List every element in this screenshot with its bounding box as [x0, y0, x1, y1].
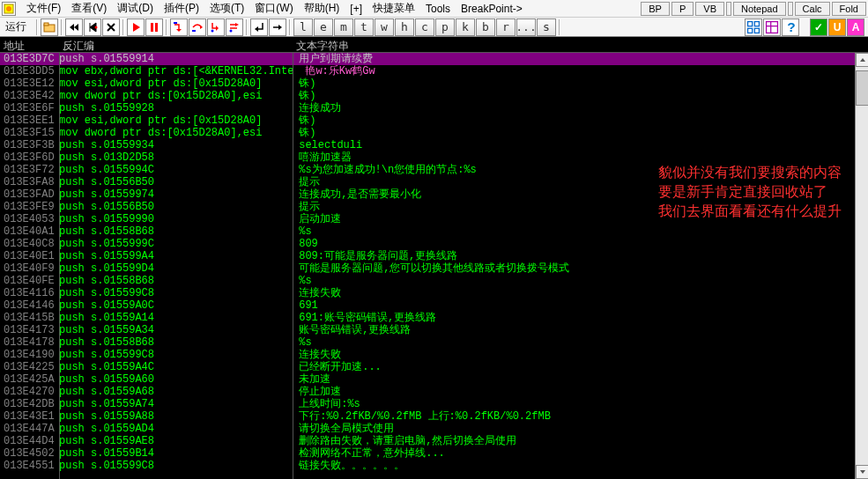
header-text[interactable]: 文本字符串 — [293, 37, 868, 52]
column-divider-2[interactable] — [293, 53, 293, 479]
table-row[interactable]: 013E4116push s.015599C8 连接失败 — [0, 287, 868, 299]
window-e-button[interactable]: e — [314, 18, 333, 36]
trace-into-button[interactable] — [207, 18, 225, 36]
side-fold[interactable]: Fold — [832, 2, 866, 16]
table-row[interactable]: 013E43E1push s.01559A88 下行:%0.2fKB/%0.2f… — [0, 410, 868, 423]
cell-address: 013E447A — [0, 423, 59, 435]
side-vb[interactable]: VB — [695, 2, 724, 16]
cell-disassembly: push s.01559A0C — [59, 299, 293, 312]
column-divider-1[interactable] — [59, 53, 60, 479]
table-row[interactable]: 013E40A1push s.01558B68 %s — [0, 225, 868, 238]
table-row[interactable]: 013E3F15mov dword ptr ds:[0x15D28A0],esi… — [0, 127, 868, 139]
step-over-button[interactable] — [189, 18, 206, 36]
goto-button[interactable] — [269, 18, 286, 36]
cell-disassembly: push s.015599C8 — [59, 349, 293, 361]
close-button[interactable] — [102, 18, 120, 36]
table-row[interactable]: 013E3DD5mov ebx,dword ptr ds:[<&KERNEL32… — [0, 65, 868, 77]
table-row[interactable]: 013E44D4push s.01559AE8 删除路由失败，请重启电脑,然后切… — [0, 435, 868, 447]
table-row[interactable]: 013E447Apush s.01559AD4 请切换全局模式使用 — [0, 423, 868, 435]
open-file-button[interactable] — [41, 18, 58, 36]
window-m-button[interactable]: m — [334, 18, 353, 36]
table-row[interactable]: 013E4173push s.01559A34 账号密码错误,更换线路 — [0, 324, 868, 336]
table-row[interactable]: 013E4225push s.01559A4C 已经断开加速... — [0, 361, 868, 373]
header-address[interactable]: 地址 — [0, 37, 59, 52]
window-r-button[interactable]: r — [496, 18, 516, 36]
menu-view[interactable]: 查看(V) — [66, 0, 112, 18]
menu-options[interactable]: 选项(T) — [204, 0, 249, 18]
table-row[interactable]: 013E4178push s.01558B68 %s — [0, 336, 868, 349]
menu-plus[interactable]: [+] — [345, 1, 367, 17]
table-row[interactable]: 013E4270push s.01559A68 停止加速 — [0, 386, 868, 398]
cell-address: 013E4116 — [0, 287, 59, 299]
window-p-button[interactable]: p — [435, 18, 455, 36]
execute-till-return-button[interactable] — [250, 18, 268, 36]
menu-window[interactable]: 窗口(W) — [249, 0, 298, 18]
panel-b-button[interactable]: U — [828, 18, 846, 36]
cell-disassembly: push s.01559AE8 — [59, 435, 293, 447]
table-row[interactable]: 013E4146push s.01559A0C 691 — [0, 299, 868, 312]
window-...-button[interactable]: ... — [516, 18, 536, 36]
panel-c-button[interactable]: A — [847, 18, 864, 36]
restart-button[interactable] — [84, 18, 101, 36]
table-row[interactable]: 013E3D7Cpush s.01559914 用户到期请续费 — [0, 53, 868, 65]
table-row[interactable]: 013E40FEpush s.01558B68 %s — [0, 275, 868, 287]
table-row[interactable]: 013E3E42mov dword ptr ds:[0x15D28A0],esi… — [0, 90, 868, 102]
side-notepad[interactable]: Notepad — [733, 2, 786, 16]
scroll-up-arrow[interactable] — [856, 53, 868, 67]
table-row[interactable]: 013E415Bpush s.01559A14 691:账号密码错误,更换线路 — [0, 312, 868, 324]
table-row[interactable]: 013E425Apush s.01559A60 未加速 — [0, 373, 868, 386]
help-button[interactable]: ? — [782, 18, 799, 36]
window-l-button[interactable]: l — [293, 18, 313, 36]
layout-button[interactable] — [745, 18, 762, 36]
menu-debug[interactable]: 调试(D) — [112, 0, 159, 18]
svg-rect-14 — [754, 28, 759, 33]
cell-disassembly: push s.015599D4 — [59, 262, 293, 275]
menu-tools[interactable]: Tools — [420, 1, 456, 17]
table-row[interactable]: 013E4502push s.01559B14 检测网络不正常，意外掉线... — [0, 447, 868, 460]
scroll-thumb[interactable] — [856, 70, 868, 106]
disassembly-panel[interactable]: 013E3D7Cpush s.01559914 用户到期请续费013E3DD5m… — [0, 53, 868, 479]
cell-text: %s — [293, 336, 312, 349]
table-row[interactable]: 013E40E1push s.015599A4 809:可能是服务器问题,更换线… — [0, 250, 868, 262]
table-row[interactable]: 013E3F6Dpush s.013D2D58 嘻游加速器 — [0, 151, 868, 164]
window-c-button[interactable]: c — [415, 18, 434, 36]
panel-a-button[interactable]: ✓ — [810, 18, 827, 36]
header-disassembly[interactable]: 反汇编 — [59, 37, 293, 52]
side-p[interactable]: P — [671, 2, 694, 16]
window-s-button[interactable]: s — [537, 18, 556, 36]
rewind-button[interactable] — [65, 18, 83, 36]
vertical-scrollbar[interactable] — [855, 53, 868, 479]
window-w-button[interactable]: w — [375, 18, 394, 36]
step-into-button[interactable] — [170, 18, 188, 36]
table-row[interactable]: 013E3E12mov esi,dword ptr ds:[0x15D28A0]… — [0, 77, 868, 90]
trace-over-button[interactable] — [226, 18, 243, 36]
run-button[interactable] — [127, 18, 145, 36]
side-buttons: BP P VB Notepad Calc Fold — [641, 2, 866, 16]
menu-file[interactable]: 文件(F) — [21, 0, 66, 18]
side-calc[interactable]: Calc — [795, 2, 830, 16]
cell-text: 连接成功,是否需要最小化 — [293, 188, 421, 201]
cell-address: 013E40F9 — [0, 262, 59, 275]
table-row[interactable]: 013E4190push s.015599C8 连接失败 — [0, 349, 868, 361]
side-bp[interactable]: BP — [641, 2, 670, 16]
table-row[interactable]: 013E42DBpush s.01559A74 上线时间:%s — [0, 398, 868, 410]
cell-text: 铢) — [293, 90, 315, 102]
table-row[interactable]: 013E3E6Fpush s.01559928 连接成功 — [0, 102, 868, 114]
menu-plugins[interactable]: 插件(P) — [159, 0, 204, 18]
window-b-button[interactable]: b — [476, 18, 495, 36]
scroll-down-arrow[interactable] — [856, 465, 868, 479]
table-row[interactable]: 013E40C8push s.0155999C 809 — [0, 238, 868, 250]
window-t-button[interactable]: t — [354, 18, 374, 36]
appearance-button[interactable] — [763, 18, 781, 36]
table-row[interactable]: 013E40F9push s.015599D4 可能是服务器问题,您可以切换其他… — [0, 262, 868, 275]
table-row[interactable]: 013E3F3Bpush s.01559934 selectduli — [0, 139, 868, 151]
table-row[interactable]: 013E4551push s.015599C8 链接失败。。。。。。 — [0, 460, 868, 472]
menu-breakpoint[interactable]: BreakPoint-> — [456, 1, 528, 17]
window-k-button[interactable]: k — [456, 18, 475, 36]
menu-quick[interactable]: 快捷菜单 — [367, 0, 420, 18]
window-h-button[interactable]: h — [395, 18, 414, 36]
table-row[interactable]: 013E3EE1mov esi,dword ptr ds:[0x15D28A0]… — [0, 114, 868, 127]
pause-button[interactable] — [145, 18, 163, 36]
menu-help[interactable]: 帮助(H) — [299, 0, 345, 18]
run-label: 运行 — [2, 19, 30, 34]
